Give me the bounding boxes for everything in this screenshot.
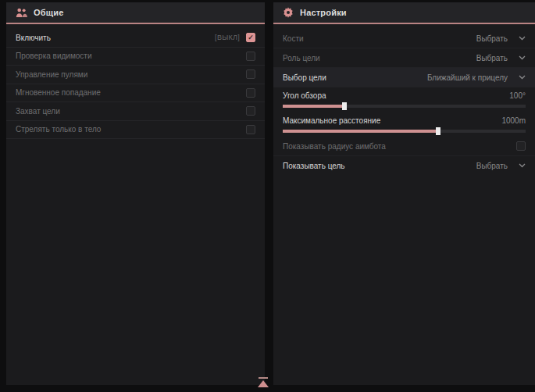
fov-slider[interactable]: [283, 105, 526, 108]
select-label: Роль цели: [283, 54, 320, 62]
toggle-row-instant-hit[interactable]: Мгновенное попадание: [6, 84, 265, 103]
slider-value: 100°: [509, 91, 526, 100]
select-row-target-role: Роль цели Выбрать: [273, 48, 535, 68]
toggle-label: Мгновенное попадание: [16, 88, 101, 97]
select-row-target-selection: Выбор цели Ближайший к прицелу: [273, 68, 535, 87]
target-selection-dropdown[interactable]: Ближайший к прицелу: [427, 73, 526, 82]
checkbox[interactable]: [246, 106, 255, 116]
chevron-down-icon: [519, 163, 526, 168]
toggle-label: Включить: [16, 34, 51, 42]
settings-panel-body: Кости Выбрать Роль цели Выбрать: [273, 24, 535, 385]
game-overlay: Общие Включить [ВЫКЛ] Проверка видимости…: [0, 0, 535, 392]
select-label: Показывать цель: [283, 162, 345, 170]
settings-panel-header[interactable]: Настройки: [273, 2, 535, 23]
select-row-show-target: Показывать цель Выбрать: [273, 156, 535, 176]
toggle-row-body-only[interactable]: Стрелять только в тело: [6, 121, 265, 140]
toggle-label: Показывать радиус аимбота: [283, 142, 386, 151]
checkbox[interactable]: [246, 33, 255, 42]
chevron-down-icon: [519, 36, 526, 41]
dropdown-value: Выбрать: [476, 162, 508, 170]
toggle-row-target-lock[interactable]: Захват цели: [6, 102, 265, 121]
toggle-row-visibility-check[interactable]: Проверка видимости: [6, 48, 265, 66]
slider-row-max-distance: Максимальное расстояние 1000m: [273, 112, 535, 137]
general-panel-body: Включить [ВЫКЛ] Проверка видимости Управ…: [6, 24, 265, 385]
slider-fill: [283, 130, 438, 133]
general-panel-header[interactable]: Общие: [6, 2, 265, 23]
select-label: Кости: [283, 34, 304, 43]
checkbox[interactable]: [246, 88, 255, 98]
pointer-triangle: [258, 380, 269, 387]
dropdown-value: Выбрать: [476, 54, 508, 62]
dropdown-value: Ближайший к прицелу: [427, 73, 508, 82]
toggle-row-show-aimbot-radius[interactable]: Показывать радиус аимбота: [273, 137, 535, 156]
slider-label: Максимальное расстояние: [283, 116, 380, 125]
select-label: Выбор цели: [283, 73, 326, 82]
toggle-row-bullet-control[interactable]: Управление пулями: [6, 66, 265, 84]
bones-dropdown[interactable]: Выбрать: [476, 34, 526, 43]
target-role-dropdown[interactable]: Выбрать: [476, 54, 526, 62]
chevron-down-icon: [519, 55, 526, 60]
chevron-down-icon: [519, 75, 526, 80]
checkbox[interactable]: [516, 141, 526, 151]
slider-thumb[interactable]: [436, 127, 440, 135]
max-distance-slider[interactable]: [283, 130, 526, 133]
toggle-label: Управление пулями: [16, 70, 87, 79]
gear-icon: [283, 7, 294, 18]
slider-label: Угол обзора: [283, 91, 326, 100]
checkbox[interactable]: [246, 69, 255, 79]
pointer-bar: [259, 377, 268, 379]
slider-value: 1000m: [501, 116, 526, 125]
checkbox[interactable]: [246, 52, 255, 61]
settings-panel: Настройки Кости Выбрать Роль цели Выбрат…: [273, 2, 535, 385]
slider-thumb[interactable]: [342, 102, 347, 110]
panel-title: Настройки: [300, 8, 347, 17]
users-icon: [16, 8, 27, 18]
slider-row-fov: Угол обзора 100°: [273, 87, 535, 112]
dropdown-value: Выбрать: [476, 34, 508, 43]
toggle-row-enable[interactable]: Включить [ВЫКЛ]: [6, 29, 265, 48]
toggle-label: Проверка видимости: [16, 52, 92, 60]
checkbox[interactable]: [246, 125, 255, 134]
panel-title: Общие: [34, 8, 64, 17]
keybind-label[interactable]: [ВЫКЛ]: [215, 34, 240, 41]
show-target-dropdown[interactable]: Выбрать: [476, 162, 526, 170]
general-panel: Общие Включить [ВЫКЛ] Проверка видимости…: [6, 2, 265, 385]
toggle-label: Стрелять только в тело: [16, 125, 101, 134]
select-row-bones: Кости Выбрать: [273, 29, 535, 48]
toggle-label: Захват цели: [16, 107, 60, 116]
slider-fill: [283, 105, 344, 108]
